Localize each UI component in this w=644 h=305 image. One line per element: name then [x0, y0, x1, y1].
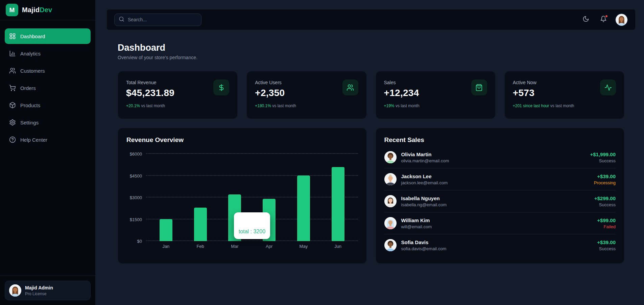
- brand-logo: M MajidDev: [0, 0, 95, 20]
- stat-change-delta: +180.1%: [255, 103, 271, 108]
- revenue-bar-jan[interactable]: [160, 219, 172, 241]
- user-avatar[interactable]: [615, 14, 628, 26]
- sale-status: Success: [594, 202, 616, 207]
- stat-change: +19% vs last month: [384, 103, 487, 108]
- chart-tooltip-text: total : 3200: [239, 229, 265, 235]
- stat-change-note: vs last month: [396, 103, 420, 108]
- x-axis-label: May: [297, 244, 310, 249]
- brand-name-accent: Dev: [40, 6, 52, 14]
- sale-row-william-kim: William Kimwill@email.com+$99.00Failed: [384, 212, 616, 234]
- sale-amount: +$1,999.00: [590, 151, 616, 157]
- stat-change-note: vs last month: [272, 103, 296, 108]
- stat-card-sales: Sales+12,234+19% vs last month: [376, 71, 496, 119]
- customer-avatar: [384, 195, 397, 207]
- sidebar-item-help-center[interactable]: Help Center: [5, 132, 91, 147]
- search-input[interactable]: [128, 17, 197, 22]
- sale-status: Success: [590, 158, 616, 163]
- recent-sales-list: Olivia Martinolivia.martin@email.com+$1,…: [384, 146, 616, 256]
- sale-status: Success: [597, 246, 616, 251]
- stat-change-note: vs last month: [141, 103, 165, 108]
- users-icon: [342, 79, 358, 95]
- search-icon: [119, 16, 124, 23]
- activity-icon: [600, 79, 616, 95]
- bar-chart-icon: [9, 50, 16, 57]
- sale-amount: +$39.00: [597, 239, 616, 245]
- customer-info: Olivia Martinolivia.martin@email.com: [401, 151, 449, 163]
- revenue-bar-feb[interactable]: [194, 208, 207, 241]
- sidebar-item-products[interactable]: Products: [5, 97, 91, 113]
- recent-sales-panel: Recent Sales Olivia Martinolivia.martin@…: [376, 128, 625, 264]
- chart-plot: total : 3200: [146, 154, 358, 241]
- chart-x-labels: JanFebMarAprMayJun: [146, 244, 358, 249]
- customer-info: Isabella Nguyenisabella.ng@email.com: [401, 195, 447, 207]
- gear-icon: [9, 119, 16, 126]
- sale-amount: +$299.00: [594, 195, 616, 201]
- revenue-bar-may[interactable]: [297, 175, 310, 241]
- panels-row: Revenue Overview $0$1500$3000$4500$6000 …: [118, 128, 624, 264]
- sidebar-item-label: Products: [20, 102, 40, 108]
- chart-tooltip: total : 3200: [234, 212, 270, 239]
- sidebar-item-label: Customers: [20, 68, 45, 74]
- sale-amount: +$99.00: [597, 217, 616, 223]
- x-axis-label: Jun: [332, 244, 344, 249]
- sale-result: +$39.00Success: [597, 239, 616, 251]
- stat-change-delta: +19%: [384, 103, 395, 108]
- sidebar-item-label: Help Center: [20, 137, 47, 143]
- sidebar-item-analytics[interactable]: Analytics: [5, 46, 91, 61]
- dollar-icon: [213, 79, 229, 95]
- sidebar-item-customers[interactable]: Customers: [5, 63, 91, 78]
- sidebar-item-label: Settings: [20, 120, 39, 125]
- cart-icon: [9, 85, 16, 91]
- sale-amount: +$39.00: [594, 173, 616, 179]
- stat-change-note: vs last month: [550, 103, 574, 108]
- notification-dot: [605, 15, 608, 18]
- profile-name: Majid Admin: [25, 285, 53, 290]
- customer-email: sofia.davis@email.com: [401, 246, 447, 251]
- y-axis-tick: $3000: [130, 195, 142, 200]
- page-subtitle: Overview of your store's performance.: [118, 55, 624, 60]
- notifications-button[interactable]: [598, 14, 609, 25]
- main-area: Dashboard Overview of your store's perfo…: [96, 0, 644, 305]
- sidebar-item-label: Orders: [20, 85, 36, 91]
- y-axis-tick: $0: [137, 239, 142, 244]
- profile-texts: Majid Admin Pro License: [25, 285, 53, 296]
- stat-card-active-users: Active Users+2,350+180.1% vs last month: [246, 71, 366, 119]
- stat-card-total-revenue: Total Revenue$45,231.89+20.1% vs last mo…: [118, 71, 238, 119]
- sidebar-item-orders[interactable]: Orders: [5, 80, 91, 96]
- profile-avatar: [9, 284, 21, 297]
- sidebar-nav: DashboardAnalyticsCustomersOrdersProduct…: [0, 20, 95, 276]
- customer-name: Isabella Nguyen: [401, 195, 447, 201]
- y-axis-tick: $6000: [130, 151, 142, 157]
- chart-y-axis: $0$1500$3000$4500$6000: [126, 154, 146, 241]
- sale-result: +$99.00Failed: [597, 217, 616, 229]
- customer-name: Olivia Martin: [401, 151, 449, 157]
- search-box[interactable]: [114, 14, 201, 26]
- customer-name: Jackson Lee: [401, 173, 448, 179]
- sidebar-item-settings[interactable]: Settings: [5, 115, 91, 130]
- sale-row-isabella-nguyen: Isabella Nguyenisabella.ng@email.com+$29…: [384, 190, 616, 212]
- sidebar-item-dashboard[interactable]: Dashboard: [5, 28, 91, 44]
- customer-avatar: [384, 217, 397, 229]
- customer-email: olivia.martin@email.com: [401, 158, 449, 163]
- sale-result: +$299.00Success: [594, 195, 616, 207]
- shopping-bag-icon: [471, 79, 487, 95]
- dashboard-grid-icon: [9, 33, 16, 40]
- customer-avatar: [384, 151, 397, 163]
- brand-name-primary: Majid: [22, 6, 40, 14]
- customer-avatar: [384, 239, 397, 251]
- x-axis-label: Apr: [263, 244, 276, 249]
- customer-email: isabella.ng@email.com: [401, 202, 447, 207]
- sidebar-profile-section: Majid Admin Pro License: [0, 276, 95, 305]
- customer-email: jackson.lee@email.com: [401, 180, 448, 185]
- theme-toggle-button[interactable]: [580, 14, 592, 25]
- stat-change: +20.1% vs last month: [126, 103, 229, 108]
- sidebar-item-label: Dashboard: [20, 33, 45, 39]
- brand-name: MajidDev: [22, 6, 52, 14]
- revenue-bar-jun[interactable]: [332, 167, 344, 241]
- revenue-overview-title: Revenue Overview: [126, 136, 358, 144]
- sidebar-profile-card[interactable]: Majid Admin Pro License: [5, 281, 91, 300]
- package-icon: [9, 102, 16, 109]
- profile-license: Pro License: [25, 291, 53, 296]
- moon-icon: [582, 16, 589, 24]
- customer-info: Sofia Davissofia.davis@email.com: [401, 239, 447, 251]
